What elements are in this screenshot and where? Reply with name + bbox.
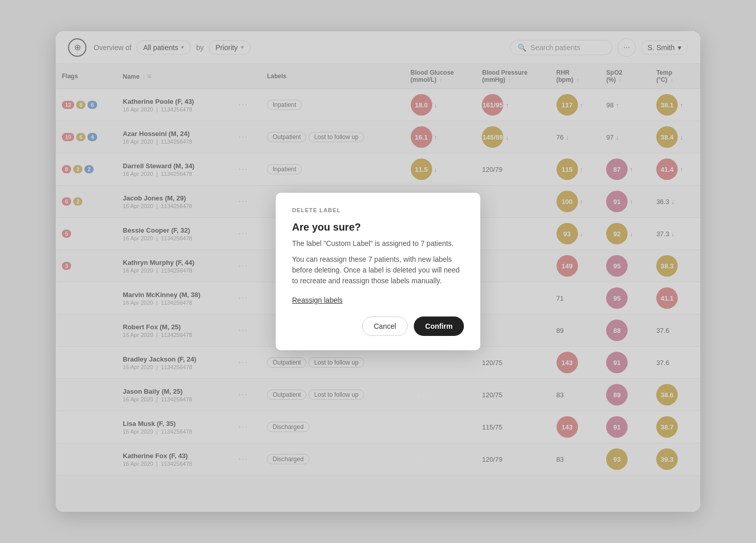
modal-desc2: You can reassign these 7 patients, with … <box>292 254 464 286</box>
delete-label-modal: DELETE LABEL Are you sure? The label "Cu… <box>276 193 480 350</box>
modal-desc1: The label "Custom Label" is assigned to … <box>292 238 464 249</box>
app-container: ⊕ Overview of All patients ▾ by Priority… <box>56 31 700 512</box>
reassign-labels-link[interactable]: Reassign labels <box>292 296 343 304</box>
modal-actions: Cancel Confirm <box>292 316 464 336</box>
cancel-button[interactable]: Cancel <box>362 316 408 336</box>
modal-title: Are you sure? <box>292 221 464 233</box>
modal-overlay: DELETE LABEL Are you sure? The label "Cu… <box>56 31 700 512</box>
modal-label: DELETE LABEL <box>292 207 464 213</box>
confirm-button[interactable]: Confirm <box>414 316 464 336</box>
